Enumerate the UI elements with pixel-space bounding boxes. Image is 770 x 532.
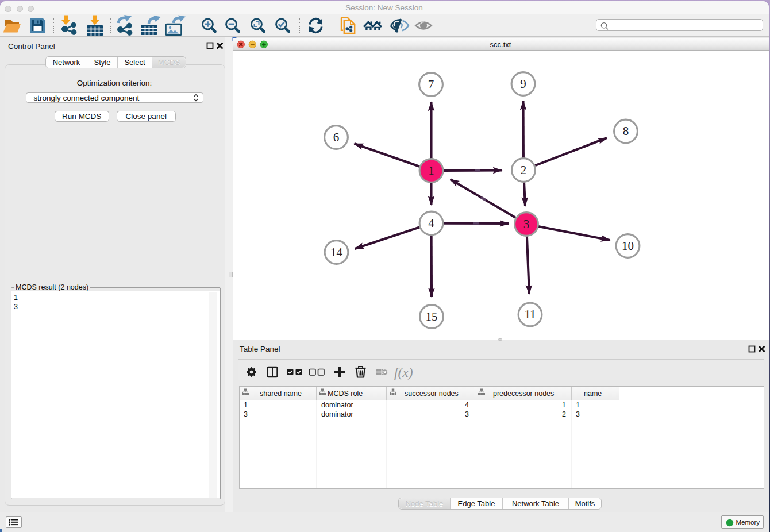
svg-text:7: 7 bbox=[428, 78, 434, 91]
svg-text:3: 3 bbox=[523, 217, 529, 231]
svg-text:15: 15 bbox=[425, 310, 437, 323]
svg-text:1: 1 bbox=[428, 164, 434, 178]
svg-text:2: 2 bbox=[520, 163, 526, 177]
svg-text:9: 9 bbox=[520, 77, 526, 91]
svg-text:f(x): f(x) bbox=[394, 365, 413, 380]
svg-text:14: 14 bbox=[330, 245, 343, 259]
svg-text:11: 11 bbox=[524, 307, 536, 321]
svg-text:10: 10 bbox=[622, 239, 634, 253]
svg-text:6: 6 bbox=[333, 130, 339, 144]
svg-text:8: 8 bbox=[622, 124, 629, 138]
svg-text:4: 4 bbox=[428, 216, 434, 230]
